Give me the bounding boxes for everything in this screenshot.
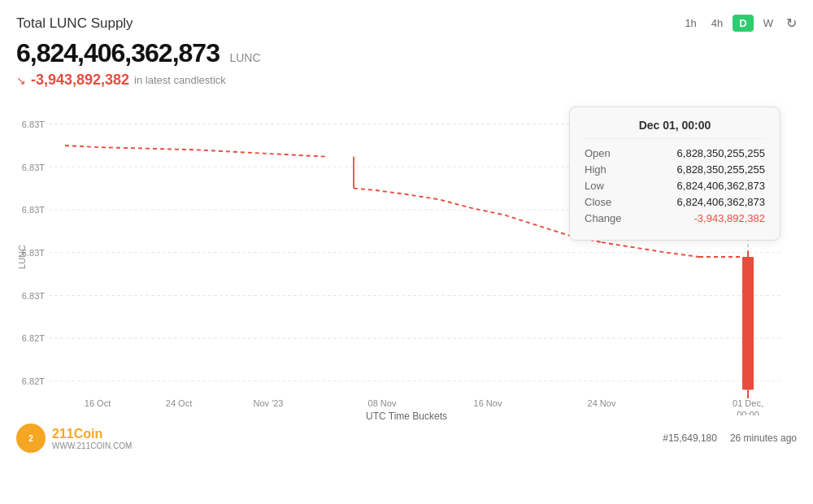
change-value: -3,943,892,382 bbox=[31, 72, 129, 89]
svg-text:Nov '23: Nov '23 bbox=[254, 398, 284, 408]
y-axis-label: LUNC bbox=[17, 245, 27, 269]
tooltip-change-value: -3,943,892,382 bbox=[694, 212, 765, 224]
logo-sub-text: WWW.211COIN.COM bbox=[52, 441, 132, 450]
tf-d[interactable]: D bbox=[733, 15, 753, 32]
svg-text:16 Nov: 16 Nov bbox=[474, 398, 502, 408]
tf-1h[interactable]: 1h bbox=[680, 15, 701, 32]
main-container: Total LUNC Supply 1h 4h D W ↻ 6,824,406,… bbox=[0, 0, 813, 504]
tooltip-close-label: Close bbox=[585, 196, 633, 208]
tf-4h[interactable]: 4h bbox=[706, 15, 728, 32]
tooltip-open-label: Open bbox=[585, 147, 633, 159]
tooltip-date: Dec 01, 00:00 bbox=[585, 119, 765, 139]
change-row: ↘ -3,943,892,382 in latest candlestick bbox=[16, 72, 797, 89]
logo-area: 2 211Coin WWW.211COIN.COM bbox=[16, 424, 132, 453]
header-row: Total LUNC Supply 1h 4h D W ↻ bbox=[16, 15, 797, 32]
svg-rect-16 bbox=[742, 257, 754, 389]
chart-title: Total LUNC Supply bbox=[16, 15, 133, 32]
bottom-bar: 2 211Coin WWW.211COIN.COM #15,649,180 26… bbox=[16, 417, 797, 453]
timeframe-controls: 1h 4h D W ↻ bbox=[680, 15, 797, 32]
svg-text:6.83T: 6.83T bbox=[22, 162, 45, 172]
tooltip-close-value: 6,824,406,362,873 bbox=[677, 196, 765, 208]
refresh-icon[interactable]: ↻ bbox=[786, 15, 797, 31]
supply-unit: LUNC bbox=[229, 51, 260, 64]
tooltip-change-label: Change bbox=[585, 212, 633, 224]
record-id: #15,649,180 bbox=[663, 432, 717, 444]
tooltip-low-label: Low bbox=[585, 180, 633, 192]
svg-text:00:00: 00:00 bbox=[737, 410, 759, 415]
svg-text:24 Oct: 24 Oct bbox=[166, 398, 193, 408]
tooltip-change: Change -3,943,892,382 bbox=[585, 212, 765, 224]
svg-text:6.83T: 6.83T bbox=[22, 290, 45, 300]
tooltip-high: High 6,828,350,255,255 bbox=[585, 163, 765, 176]
logo-main-text: 211Coin bbox=[52, 427, 132, 441]
svg-text:08 Nov: 08 Nov bbox=[368, 398, 397, 408]
svg-text:24 Nov: 24 Nov bbox=[588, 398, 616, 408]
footer-stats: #15,649,180 26 minutes ago bbox=[663, 432, 797, 444]
svg-text:16 Oct: 16 Oct bbox=[85, 398, 111, 408]
down-arrow-icon: ↘ bbox=[16, 74, 26, 87]
chart-area: LUNC 6.83T 6.83T 6.83T 6.83T 6.83T 6.82T… bbox=[16, 98, 797, 415]
tooltip-box: Dec 01, 00:00 Open 6,828,350,255,255 Hig… bbox=[569, 106, 780, 241]
change-label: in latest candlestick bbox=[134, 74, 226, 86]
tooltip-high-label: High bbox=[585, 163, 633, 176]
supply-value: 6,824,406,362,873 bbox=[16, 38, 220, 67]
svg-text:6.82T: 6.82T bbox=[22, 333, 45, 343]
svg-text:01 Dec,: 01 Dec, bbox=[733, 398, 763, 408]
logo-text-block: 211Coin WWW.211COIN.COM bbox=[52, 427, 132, 450]
tooltip-open-value: 6,828,350,255,255 bbox=[677, 147, 765, 159]
svg-text:6.83T: 6.83T bbox=[22, 205, 45, 215]
tooltip-open: Open 6,828,350,255,255 bbox=[585, 147, 765, 159]
supply-value-row: 6,824,406,362,873 LUNC bbox=[16, 38, 797, 68]
tooltip-low-value: 6,824,406,362,873 bbox=[677, 180, 765, 192]
svg-text:6.83T: 6.83T bbox=[22, 119, 45, 129]
svg-text:2: 2 bbox=[28, 434, 33, 443]
tooltip-high-value: 6,828,350,255,255 bbox=[677, 163, 765, 176]
svg-text:6.82T: 6.82T bbox=[22, 376, 45, 386]
tooltip-close: Close 6,824,406,362,873 bbox=[585, 196, 765, 208]
tooltip-low: Low 6,824,406,362,873 bbox=[585, 180, 765, 192]
timestamp: 26 minutes ago bbox=[730, 432, 797, 444]
logo-icon: 2 bbox=[16, 424, 46, 453]
tf-w[interactable]: W bbox=[759, 15, 778, 32]
